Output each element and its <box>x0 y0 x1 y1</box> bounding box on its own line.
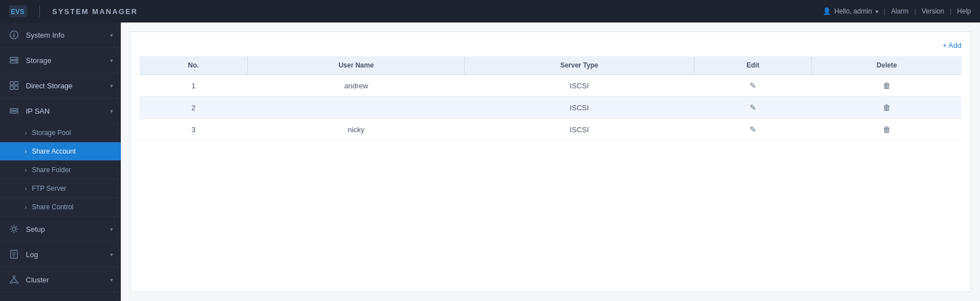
sidebar-sub-ftp-server[interactable]: › FTP Server <box>0 179 121 198</box>
delete-button[interactable]: 🗑 <box>881 124 893 135</box>
svg-rect-12 <box>15 86 18 89</box>
svg-rect-13 <box>10 109 18 110</box>
cell-username <box>248 97 465 119</box>
accounts-table: No. User Name Server Type Edit Delete 1a… <box>139 56 961 141</box>
sidebar-sub-share-account[interactable]: › Share Account <box>0 142 121 161</box>
system-info-arrow: ▾ <box>110 32 113 38</box>
share-control-chevron: › <box>25 204 26 210</box>
cell-no: 2 <box>139 97 248 119</box>
svg-text:EVS: EVS <box>11 8 24 16</box>
topbar-right: 👤 Hello, admin ▾ | Alarm | Version | Hel… <box>823 7 971 15</box>
cell-username: nicky <box>248 119 465 141</box>
direct-storage-icon <box>8 79 20 92</box>
table-row: 1andrewISCSI✎🗑 <box>139 75 961 97</box>
svg-rect-11 <box>10 86 13 89</box>
playback-icon <box>8 299 20 301</box>
cell-server-type: ISCSI <box>465 119 694 141</box>
storage-arrow: ▾ <box>110 57 113 64</box>
cell-server-type: ISCSI <box>465 97 694 119</box>
svg-point-7 <box>16 58 17 59</box>
sidebar-item-playback[interactable]: Playback ▾ <box>0 293 121 301</box>
direct-storage-arrow: ▾ <box>110 83 113 89</box>
sidebar-sub-share-control[interactable]: › Share Control <box>0 198 121 217</box>
share-control-label: Share Control <box>32 203 74 211</box>
log-icon <box>8 248 20 260</box>
help-link[interactable]: Help <box>957 7 971 15</box>
add-bar: + Add <box>139 41 961 50</box>
sidebar-item-system-info[interactable]: System Info ▾ <box>0 23 121 48</box>
cluster-arrow: ▾ <box>110 277 113 283</box>
col-server-type: Server Type <box>465 56 694 75</box>
share-account-label: Share Account <box>32 147 76 155</box>
ip-san-arrow: ▾ <box>110 108 113 114</box>
cell-server-type: ISCSI <box>465 75 694 97</box>
svg-point-8 <box>16 61 17 62</box>
svg-rect-14 <box>10 111 18 113</box>
topbar-user-arrow: ▾ <box>875 8 878 15</box>
sidebar-sub-storage-pool[interactable]: › Storage Pool <box>0 124 121 142</box>
ftp-server-label: FTP Server <box>32 185 66 192</box>
sidebar-item-ip-san[interactable]: IP SAN ▾ <box>0 98 121 124</box>
svg-line-24 <box>14 278 17 281</box>
user-icon: 👤 <box>823 7 831 15</box>
evs-logo-icon: EVS <box>9 5 27 17</box>
sidebar-item-system-info-label: System Info <box>26 31 110 39</box>
svg-point-15 <box>12 227 16 231</box>
storage-pool-label: Storage Pool <box>32 129 71 137</box>
topbar-divider <box>39 6 40 17</box>
sidebar-item-cluster-label: Cluster <box>26 276 110 284</box>
sidebar-item-cluster[interactable]: Cluster ▾ <box>0 267 121 293</box>
svg-line-23 <box>11 278 14 281</box>
edit-button[interactable]: ✎ <box>747 102 759 113</box>
table-row: 2ISCSI✎🗑 <box>139 97 961 119</box>
svg-rect-10 <box>15 82 18 85</box>
sidebar-item-log[interactable]: Log ▾ <box>0 242 121 267</box>
cell-username: andrew <box>248 75 465 97</box>
topbar: EVS SYSTEM MANAGER 👤 Hello, admin ▾ | Al… <box>0 0 980 23</box>
cell-edit: ✎ <box>694 75 812 97</box>
logo-area: EVS SYSTEM MANAGER <box>9 5 138 17</box>
svg-rect-4 <box>13 34 15 37</box>
cell-delete: 🗑 <box>812 119 961 141</box>
sep2: | <box>914 7 916 15</box>
share-account-chevron: › <box>25 149 26 155</box>
edit-button[interactable]: ✎ <box>747 80 759 91</box>
cell-delete: 🗑 <box>812 97 961 119</box>
delete-button[interactable]: 🗑 <box>881 102 893 113</box>
storage-icon <box>8 54 20 66</box>
sep3: | <box>950 7 951 15</box>
cell-edit: ✎ <box>694 119 812 141</box>
delete-button[interactable]: 🗑 <box>881 80 893 91</box>
sidebar-item-storage-label: Storage <box>26 56 110 65</box>
sidebar-item-direct-storage[interactable]: Direct Storage ▾ <box>0 73 121 98</box>
svg-point-22 <box>16 281 18 284</box>
svg-point-20 <box>13 276 15 278</box>
sep1: | <box>884 7 886 15</box>
col-edit: Edit <box>694 56 812 75</box>
user-greeting[interactable]: Hello, admin <box>834 7 872 15</box>
svg-point-3 <box>13 33 15 34</box>
edit-button[interactable]: ✎ <box>747 124 759 135</box>
table-row: 3nickyISCSI✎🗑 <box>139 119 961 141</box>
add-button[interactable]: + Add <box>942 41 961 50</box>
share-folder-chevron: › <box>25 167 26 173</box>
share-folder-label: Share Folder <box>32 166 71 174</box>
sidebar-item-log-label: Log <box>26 250 110 259</box>
cell-delete: 🗑 <box>812 75 961 97</box>
sidebar: System Info ▾ Storage ▾ Direct Storage ▾… <box>0 23 121 301</box>
sidebar-item-setup[interactable]: Setup ▾ <box>0 217 121 242</box>
svg-point-21 <box>10 281 12 284</box>
cell-no: 1 <box>139 75 248 97</box>
app-title: SYSTEM MANAGER <box>52 7 138 16</box>
ip-san-icon <box>8 105 20 117</box>
setup-icon <box>8 223 20 235</box>
setup-arrow: ▾ <box>110 226 113 232</box>
version-link[interactable]: Version <box>922 7 944 15</box>
sidebar-item-storage[interactable]: Storage ▾ <box>0 48 121 73</box>
alarm-link[interactable]: Alarm <box>891 7 909 15</box>
storage-pool-chevron: › <box>25 130 26 136</box>
sidebar-item-direct-storage-label: Direct Storage <box>26 82 110 90</box>
svg-rect-9 <box>10 82 13 85</box>
sidebar-sub-share-folder[interactable]: › Share Folder <box>0 161 121 179</box>
log-arrow: ▾ <box>110 251 113 258</box>
